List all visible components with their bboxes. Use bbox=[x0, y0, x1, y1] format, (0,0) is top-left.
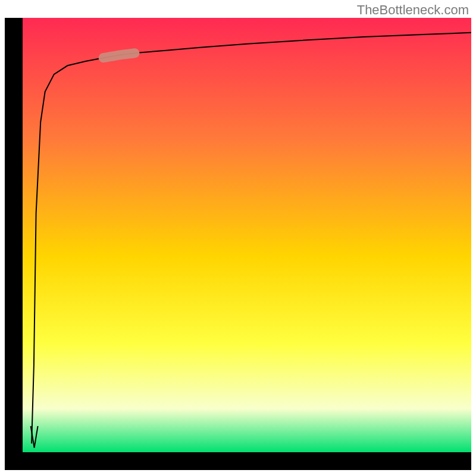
chart-svg bbox=[0, 0, 476, 476]
plot-area-gradient bbox=[23, 18, 471, 452]
curve-highlight-marker bbox=[104, 53, 135, 58]
watermark-text: TheBottleneck.com bbox=[357, 2, 469, 18]
y-axis bbox=[5, 18, 23, 452]
x-axis bbox=[5, 452, 471, 470]
chart-container: { "watermark": "TheBottleneck.com", "col… bbox=[0, 0, 476, 476]
